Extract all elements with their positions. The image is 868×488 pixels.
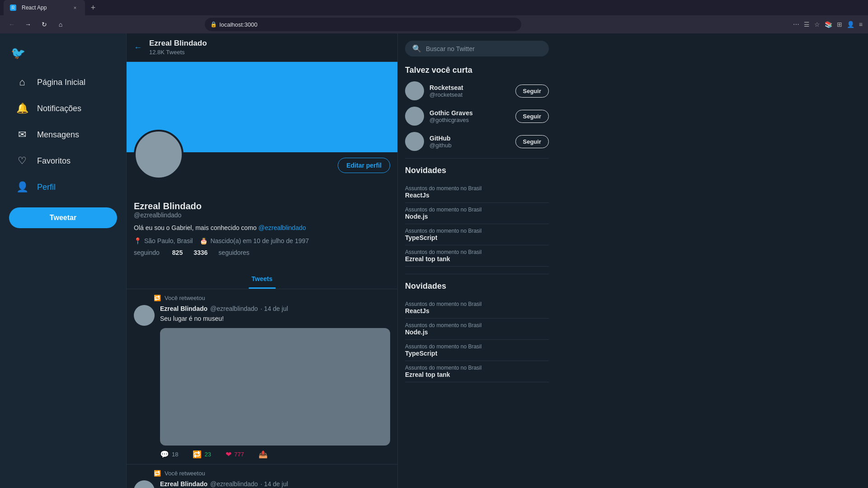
tweet-content-0: Ezreal Blindado @ezrealblindado · 14 de … (134, 305, 390, 459)
profile-followers-count[interactable]: 3336 (193, 249, 208, 256)
sidebar-item-favorites[interactable]: ♡ Favoritos (5, 149, 121, 173)
trend-context-3: Assuntos do momento no Brasil (405, 249, 549, 255)
trend-item-2[interactable]: Assuntos do momento no Brasil TypeScript (405, 224, 549, 245)
trend-item-1[interactable]: Assuntos do momento no Brasil Node.js (405, 203, 549, 224)
profile-followers-label: seguidores (218, 249, 250, 256)
retweet-text-1: Você retweetou (165, 470, 205, 477)
suggestion-item-1: Gothic Graves @gothicgraves Seguir (405, 107, 549, 126)
extensions-icon[interactable]: ⋯ (793, 21, 799, 28)
sidebar-item-notifications[interactable]: 🔔 Notificações (5, 96, 121, 121)
tweet-avatar-0 (134, 305, 155, 326)
suggestion-handle-0: @rocketseat (429, 91, 510, 98)
profile-following-count[interactable]: 825 (172, 249, 183, 256)
trend-item-6[interactable]: Assuntos do momento no Brasil TypeScript (405, 340, 549, 361)
app-container: 🐦 ⌂ Página Inicial 🔔 Notificações ✉ Mens… (0, 33, 868, 488)
nav-bar: ← → ↻ ⌂ 🔒 localhost:3000 ⋯ ☰ ☆ 📚 ⊞ 👤 ≡ (0, 15, 868, 33)
profile-handle: @ezrealblindado (134, 211, 390, 219)
sidebar-toggle-icon[interactable]: ⊞ (837, 21, 842, 28)
trend-item-3[interactable]: Assuntos do momento no Brasil Ezreal top… (405, 245, 549, 267)
profile-avatar-container (134, 130, 184, 179)
trend-item-4[interactable]: Assuntos do momento no Brasil ReactJs (405, 297, 549, 319)
suggestion-info-1: Gothic Graves @gothicgraves (429, 109, 510, 123)
suggestion-avatar-0 (405, 81, 424, 100)
trend-item-7[interactable]: Assuntos do momento no Brasil Ezreal top… (405, 361, 549, 382)
search-placeholder: Buscar no Twitter (426, 45, 475, 52)
back-button[interactable]: ← (134, 43, 142, 52)
profile-following-label: seguindo (134, 249, 160, 256)
suggestion-item-2: GitHub @github Seguir (405, 132, 549, 151)
follow-button-1[interactable]: Seguir (515, 110, 549, 123)
sidebar-item-messages-label: Mensagens (37, 130, 79, 140)
profile-birthdate-text: Nascido(a) em 10 de julho de 1997 (210, 237, 309, 244)
url-bar[interactable]: 🔒 localhost:3000 (205, 18, 521, 31)
trend-item-0[interactable]: Assuntos do momento no Brasil ReactJs (405, 182, 549, 203)
profile-stats: seguindo 825 3336 seguidores (134, 249, 390, 256)
twitter-logo: 🐦 (0, 41, 126, 66)
menu-icon[interactable]: ≡ (859, 21, 863, 28)
tab-close-button[interactable]: × (71, 4, 79, 11)
profile-icon[interactable]: 👤 (847, 21, 854, 28)
star-icon[interactable]: ☆ (814, 21, 820, 28)
edit-profile-button[interactable]: Editar perfil (338, 158, 390, 173)
follow-button-2[interactable]: Seguir (515, 135, 549, 148)
trend-context-0: Assuntos do momento no Brasil (405, 185, 549, 192)
cake-icon: 🎂 (200, 237, 208, 244)
tweet-meta-0: Ezreal Blindado @ezrealblindado · 14 de … (160, 305, 390, 312)
tweet-button[interactable]: Tweetar (9, 207, 117, 228)
back-button[interactable]: ← (5, 18, 18, 31)
sidebar-item-home[interactable]: ⌂ Página Inicial (5, 70, 121, 94)
sidebar-item-profile[interactable]: 👤 Perfil (5, 175, 121, 199)
trend-context-5: Assuntos do momento no Brasil (405, 322, 549, 328)
bio-text: Olá eu sou o Gabriel, mais conhecido com… (134, 224, 258, 231)
tweet-item-1: 🔁 Você retweetou Ezreal Blindado @ezreal… (127, 465, 397, 488)
profile-location-text: São Paulo, Brasil (144, 237, 193, 244)
sidebar-item-messages[interactable]: ✉ Mensagens (5, 122, 121, 147)
tab-favicon: R (10, 5, 16, 11)
retweet-icon-indicator: 🔁 (154, 295, 161, 301)
nav-right-controls: ⋯ ☰ ☆ 📚 ⊞ 👤 ≡ (793, 21, 863, 28)
sidebar: 🐦 ⌂ Página Inicial 🔔 Notificações ✉ Mens… (0, 33, 127, 488)
trend-item-5[interactable]: Assuntos do momento no Brasil Node.js (405, 319, 549, 340)
share-action-0[interactable]: 📤 (259, 450, 268, 459)
tab-tweets[interactable]: Tweets (127, 269, 397, 289)
url-lock-icon: 🔒 (210, 21, 217, 28)
trend-name-3: Ezreal top tank (405, 255, 549, 263)
comment-action-0[interactable]: 💬 18 (160, 450, 178, 459)
tweet-avatar-1 (134, 480, 155, 488)
library-icon[interactable]: 📚 (825, 21, 832, 28)
suggestions-title: Talvez você curta (405, 66, 549, 75)
favorites-icon: ♡ (16, 155, 28, 167)
tweet-author-0: Ezreal Blindado (160, 305, 208, 312)
retweet-indicator-0: 🔁 Você retweetou (154, 295, 390, 301)
home-button[interactable]: ⌂ (54, 18, 67, 31)
comment-icon: 💬 (160, 450, 169, 459)
active-tab[interactable]: R React App × (4, 0, 85, 15)
location-icon: 📍 (134, 237, 142, 244)
new-tab-button[interactable]: + (87, 1, 99, 14)
follow-button-0[interactable]: Seguir (515, 84, 549, 98)
trend-name-2: TypeScript (405, 234, 549, 241)
search-bar[interactable]: 🔍 Buscar no Twitter (405, 41, 549, 56)
profile-meta: 📍 São Paulo, Brasil 🎂 Nascido(a) em 10 d… (134, 237, 390, 244)
tweet-image-0 (160, 328, 390, 446)
profile-banner (127, 62, 397, 152)
retweet-count-0: 23 (204, 451, 211, 458)
search-icon: 🔍 (412, 44, 421, 53)
reader-icon[interactable]: ☰ (804, 21, 810, 28)
retweet-action-0[interactable]: 🔁 23 (193, 450, 211, 459)
profile-header-info: Ezreal Blindado 12.8K Tweets (149, 39, 207, 56)
profile-name: Ezreal Blindado (134, 201, 390, 211)
bio-mention[interactable]: @ezrealblindado (258, 224, 306, 231)
tweet-handle-0: @ezrealblindado (210, 305, 258, 312)
tab-title: React App (22, 5, 47, 11)
trend-name-0: ReactJs (405, 192, 549, 199)
forward-button[interactable]: → (22, 18, 34, 31)
trend-name-7: Ezreal top tank (405, 371, 549, 378)
refresh-button[interactable]: ↻ (38, 18, 51, 31)
trend-name-5: Node.js (405, 328, 549, 336)
trends-section-2: Assuntos do momento no Brasil ReactJs As… (405, 297, 549, 382)
profile-location: 📍 São Paulo, Brasil (134, 237, 193, 244)
main-content: ← Ezreal Blindado 12.8K Tweets Editar pe… (127, 33, 398, 488)
like-action-0[interactable]: ❤ 777 (226, 450, 244, 459)
profile-avatar (134, 130, 184, 179)
